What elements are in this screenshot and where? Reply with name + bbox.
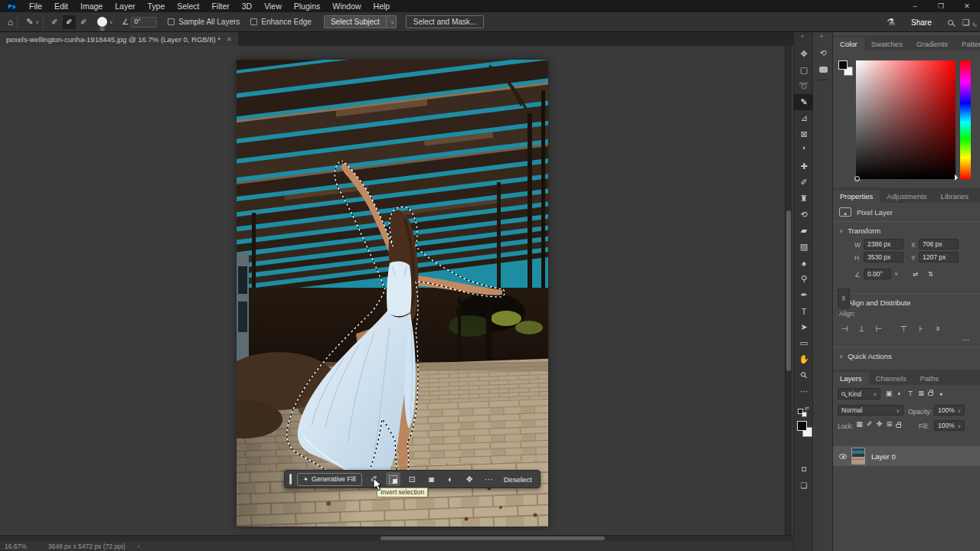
tool-crop[interactable]: ⊿: [794, 110, 814, 126]
filter-shape-layers-icon[interactable]: ⊠: [916, 390, 926, 397]
hue-slider-marker[interactable]: [955, 174, 961, 181]
tab-channels[interactable]: Channels: [869, 372, 913, 385]
filter-adjustment-layers-icon[interactable]: ◐: [894, 390, 905, 397]
deselect-button[interactable]: Deselect: [504, 475, 532, 484]
angle-input[interactable]: 0°: [131, 17, 157, 28]
status-chevron-icon[interactable]: ›: [138, 543, 140, 550]
tool-quick-selection[interactable]: ✎: [794, 94, 814, 110]
blend-mode-dropdown[interactable]: Normal ∨: [838, 405, 903, 416]
zoom-level[interactable]: 16.67%: [5, 543, 27, 550]
layer-row[interactable]: Layer 0: [833, 446, 980, 466]
vertical-scrollbar[interactable]: [785, 46, 792, 535]
new-selection-mode-button[interactable]: ✐: [48, 15, 61, 29]
restore-button[interactable]: ❐: [928, 2, 954, 10]
tool-shape[interactable]: ▭: [794, 335, 814, 351]
home-icon[interactable]: ⌂: [8, 17, 13, 28]
tool-move[interactable]: ✥: [794, 46, 814, 62]
beaker-icon[interactable]: ⚗: [887, 17, 895, 28]
menu-image[interactable]: Image: [74, 2, 109, 11]
align-section-header[interactable]: ∨ Align and Distribute: [833, 294, 980, 310]
enhance-edge-option[interactable]: Enhance Edge: [250, 18, 312, 26]
quick-actions-section-header[interactable]: ∨ Quick Actions: [833, 347, 980, 364]
align-right-button[interactable]: ⊢: [872, 324, 886, 333]
fill-selection-button[interactable]: ❖: [462, 472, 477, 486]
color-swatch-pair[interactable]: [838, 60, 857, 79]
filter-toggle-icon[interactable]: ●: [936, 391, 946, 396]
opacity-input[interactable]: 100% ∨: [934, 405, 965, 416]
foreground-color-swatch[interactable]: [838, 60, 848, 70]
flip-vertical-icon[interactable]: ⇅: [928, 270, 933, 278]
menu-plugins[interactable]: Plugins: [288, 2, 326, 11]
tab-adjustments[interactable]: Adjustments: [880, 190, 933, 203]
chevron-down-icon[interactable]: ∨: [894, 271, 898, 277]
screen-mode-button[interactable]: ❏: [794, 478, 814, 493]
tool-gradient[interactable]: ▨: [794, 239, 814, 255]
filter-pixel-layers-icon[interactable]: ▣: [884, 390, 894, 397]
menu-view[interactable]: View: [258, 2, 288, 11]
tool-blur[interactable]: ♠: [794, 255, 814, 271]
tab-layers[interactable]: Layers: [833, 372, 869, 385]
height-input[interactable]: 3530 px: [864, 252, 903, 262]
subtract-selection-mode-button[interactable]: ✐: [77, 15, 90, 29]
tool-history-brush[interactable]: ⟲: [794, 207, 814, 223]
link-dimensions-button[interactable]: ∞: [838, 289, 850, 308]
minimize-button[interactable]: –: [902, 2, 928, 10]
lock-transparency-icon[interactable]: ▦: [854, 420, 864, 428]
flip-horizontal-icon[interactable]: ⇄: [913, 270, 918, 278]
menu-type[interactable]: Type: [141, 2, 171, 11]
comments-panel-icon[interactable]: [813, 61, 833, 78]
tool-spot-healing[interactable]: ✚: [794, 158, 814, 174]
width-input[interactable]: 2386 px: [864, 239, 903, 249]
collapse-toolbar-icon[interactable]: «: [801, 34, 804, 39]
lock-artboard-icon[interactable]: ⊞: [884, 420, 894, 428]
transform-selection-button[interactable]: ⊡: [405, 472, 420, 486]
expand-dock-icon[interactable]: »: [974, 23, 977, 28]
more-options-button[interactable]: ⋯: [482, 472, 496, 486]
tool-clone-stamp[interactable]: ♜: [794, 191, 814, 207]
menu-filter[interactable]: Filter: [205, 2, 235, 11]
add-selection-mode-button[interactable]: ✐: [63, 15, 76, 29]
y-input[interactable]: 1207 px: [919, 252, 959, 262]
collapse-panels-icon[interactable]: «: [820, 34, 823, 39]
swap-colors-icon[interactable]: ⇄: [805, 406, 809, 412]
tool-rectangular-marquee[interactable]: ▢: [794, 62, 814, 78]
checkbox-icon[interactable]: [168, 18, 175, 25]
align-top-button[interactable]: ⊤: [897, 324, 910, 333]
share-button[interactable]: Share: [903, 16, 940, 29]
create-mask-button[interactable]: ◙: [424, 472, 439, 486]
checkbox-icon[interactable]: [250, 18, 257, 25]
align-more-button[interactable]: ⋯: [833, 334, 980, 344]
color-picker-cursor[interactable]: [854, 176, 860, 181]
align-bottom-button[interactable]: ⊧: [931, 324, 945, 333]
layer-filter-kind-dropdown[interactable]: Kind ∨: [838, 388, 880, 399]
quick-mask-button[interactable]: ◘: [794, 461, 814, 476]
hue-slider[interactable]: [960, 60, 971, 179]
select-subject-button[interactable]: Select Subject: [324, 15, 386, 28]
menu-3d[interactable]: 3D: [236, 2, 258, 11]
tab-swatches[interactable]: Swatches: [864, 37, 910, 51]
tab-gradients[interactable]: Gradients: [910, 37, 955, 51]
tool-hand[interactable]: ✋: [794, 351, 814, 367]
tool-frame[interactable]: ⊠: [794, 126, 814, 142]
angle-input[interactable]: 0.00°: [864, 269, 891, 279]
transform-section-header[interactable]: ∨ Transform: [833, 222, 980, 238]
tool-eraser[interactable]: ▰: [794, 223, 814, 239]
fill-input[interactable]: 100% ∨: [934, 420, 965, 431]
edit-toolbar-button[interactable]: ⋯: [794, 383, 814, 399]
lock-all-icon[interactable]: [896, 424, 901, 428]
menu-help[interactable]: Help: [368, 2, 397, 11]
filter-type-layers-icon[interactable]: T: [905, 390, 916, 397]
tool-type[interactable]: T: [794, 303, 814, 319]
taskbar-drag-handle[interactable]: [289, 474, 292, 484]
tool-zoom[interactable]: ⚲: [794, 367, 814, 383]
menu-edit[interactable]: Edit: [48, 2, 74, 11]
x-input[interactable]: 706 px: [919, 239, 959, 249]
tab-patterns[interactable]: Patterns: [955, 37, 980, 51]
align-middle-button[interactable]: ⊦: [914, 324, 928, 333]
select-subject-dropdown[interactable]: ∨: [386, 15, 397, 28]
tab-close-icon[interactable]: ✕: [227, 36, 232, 43]
tool-brush[interactable]: ✐: [794, 174, 814, 191]
close-button[interactable]: ✕: [954, 2, 980, 10]
create-adjustment-button[interactable]: ◐: [443, 472, 458, 486]
tool-dodge[interactable]: ⚲: [794, 271, 814, 287]
